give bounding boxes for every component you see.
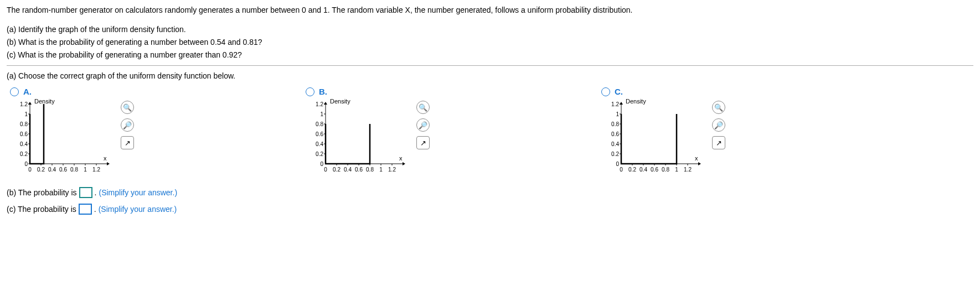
question-b: (b) What is the probability of generatin… xyxy=(7,37,973,48)
svg-text:x: x xyxy=(104,155,107,162)
radio-c[interactable] xyxy=(601,87,610,96)
svg-text:0.2: 0.2 xyxy=(611,151,619,157)
chart-c-tools: 🔍 🔎 ↗ xyxy=(712,98,725,149)
option-b-label: B. xyxy=(319,87,327,96)
instruction-a: (a) Choose the correct graph of the unif… xyxy=(7,71,973,80)
option-c: C. 0 0.2 0.4 0.6 0.8 xyxy=(601,87,725,176)
answer-c-prefix: (c) The probability is xyxy=(7,205,76,214)
svg-text:1: 1 xyxy=(84,167,87,173)
svg-text:0: 0 xyxy=(24,161,28,167)
svg-text:0.4: 0.4 xyxy=(639,167,647,173)
svg-text:1.2: 1.2 xyxy=(611,101,619,107)
svg-text:1.2: 1.2 xyxy=(388,167,396,173)
svg-text:1: 1 xyxy=(379,167,383,173)
svg-text:0.8: 0.8 xyxy=(70,167,78,173)
answer-b-hint: (Simplify your answer.) xyxy=(99,188,177,197)
popout-icon[interactable]: ↗ xyxy=(416,136,430,149)
svg-text:0.4: 0.4 xyxy=(20,141,28,147)
svg-text:0.2: 0.2 xyxy=(37,167,45,173)
svg-text:0: 0 xyxy=(620,167,623,173)
svg-text:0.2: 0.2 xyxy=(333,167,341,173)
zoom-out-icon[interactable]: 🔎 xyxy=(121,118,134,132)
zoom-in-icon[interactable]: 🔍 xyxy=(416,101,430,114)
zoom-in-icon[interactable]: 🔍 xyxy=(121,101,134,114)
svg-text:0.6: 0.6 xyxy=(651,167,658,173)
popout-icon[interactable]: ↗ xyxy=(121,136,134,149)
svg-text:1.2: 1.2 xyxy=(20,101,28,107)
chart-c: 0 0.2 0.4 0.6 0.8 1 1.2 0 0.2 0.4 xyxy=(601,98,706,176)
svg-text:0.4: 0.4 xyxy=(344,167,352,173)
radio-b[interactable] xyxy=(306,87,314,96)
svg-text:0.2: 0.2 xyxy=(628,167,636,173)
option-b: B. 0 0.2 0.4 0.6 0.8 xyxy=(306,87,430,176)
answer-b-line: (b) The probability is . (Simplify your … xyxy=(7,187,973,198)
svg-text:0: 0 xyxy=(320,161,323,167)
zoom-out-icon[interactable]: 🔎 xyxy=(416,118,430,132)
question-c: (c) What is the probability of generatin… xyxy=(7,49,973,61)
svg-text:0.2: 0.2 xyxy=(316,151,323,157)
option-a: A. 0 0.2 0.4 0.6 xyxy=(10,87,134,176)
options-row: A. 0 0.2 0.4 0.6 xyxy=(7,87,973,176)
svg-text:0.8: 0.8 xyxy=(611,121,619,127)
svg-text:0: 0 xyxy=(324,167,327,173)
zoom-out-icon[interactable]: 🔎 xyxy=(712,118,725,132)
svg-text:0.2: 0.2 xyxy=(20,151,28,157)
answer-c-suffix: . xyxy=(94,205,96,214)
svg-marker-36 xyxy=(403,162,405,165)
svg-text:0.4: 0.4 xyxy=(611,141,619,147)
option-a-label: A. xyxy=(23,87,32,96)
svg-text:0.8: 0.8 xyxy=(366,167,374,173)
svg-text:Density: Density xyxy=(626,98,646,105)
svg-text:0.6: 0.6 xyxy=(59,167,67,173)
svg-marker-3 xyxy=(107,162,110,165)
chart-a: 0 0.2 0.4 0.6 0.8 1 1.2 0 0.2 0.4 xyxy=(10,98,115,176)
svg-text:0.8: 0.8 xyxy=(316,121,323,127)
svg-text:0: 0 xyxy=(616,161,619,167)
svg-text:1.2: 1.2 xyxy=(92,167,100,173)
divider xyxy=(7,65,973,66)
svg-text:Density: Density xyxy=(34,98,55,105)
chart-a-tools: 🔍 🔎 ↗ xyxy=(121,98,134,149)
chart-b-tools: 🔍 🔎 ↗ xyxy=(416,98,430,149)
zoom-in-icon[interactable]: 🔍 xyxy=(712,101,725,114)
svg-text:x: x xyxy=(399,155,403,162)
popout-icon[interactable]: ↗ xyxy=(712,136,725,149)
svg-text:0.8: 0.8 xyxy=(662,167,669,173)
svg-text:1: 1 xyxy=(320,111,323,117)
svg-text:0: 0 xyxy=(28,167,32,173)
option-c-label: C. xyxy=(615,87,623,96)
answer-c-line: (c) The probability is . (Simplify your … xyxy=(7,204,973,215)
svg-text:0.6: 0.6 xyxy=(20,131,28,137)
svg-text:0.6: 0.6 xyxy=(611,131,619,137)
svg-text:0.4: 0.4 xyxy=(48,167,56,173)
svg-text:0.4: 0.4 xyxy=(316,141,323,147)
answer-b-input[interactable] xyxy=(79,187,92,198)
answer-c-input[interactable] xyxy=(79,204,92,215)
radio-a[interactable] xyxy=(10,87,19,96)
answer-b-suffix: . xyxy=(95,188,97,197)
svg-text:0.6: 0.6 xyxy=(355,167,363,173)
svg-marker-68 xyxy=(698,162,701,165)
svg-text:Density: Density xyxy=(330,98,350,105)
svg-text:1: 1 xyxy=(24,111,28,117)
svg-text:1.2: 1.2 xyxy=(316,101,323,107)
question-a: (a) Identify the graph of the uniform de… xyxy=(7,24,973,35)
chart-b: 0 0.2 0.4 0.6 0.8 1 1.2 0 0.2 0.4 xyxy=(306,98,411,176)
answer-c-hint: (Simplify your answer.) xyxy=(99,205,177,214)
svg-text:1: 1 xyxy=(616,111,619,117)
svg-text:x: x xyxy=(695,155,698,162)
svg-text:1.2: 1.2 xyxy=(684,167,692,173)
svg-text:0.8: 0.8 xyxy=(20,121,28,127)
svg-text:1: 1 xyxy=(675,167,678,173)
problem-intro: The random-number generator on calculato… xyxy=(7,4,973,16)
svg-text:0.6: 0.6 xyxy=(316,131,323,137)
answer-b-prefix: (b) The probability is xyxy=(7,188,77,197)
